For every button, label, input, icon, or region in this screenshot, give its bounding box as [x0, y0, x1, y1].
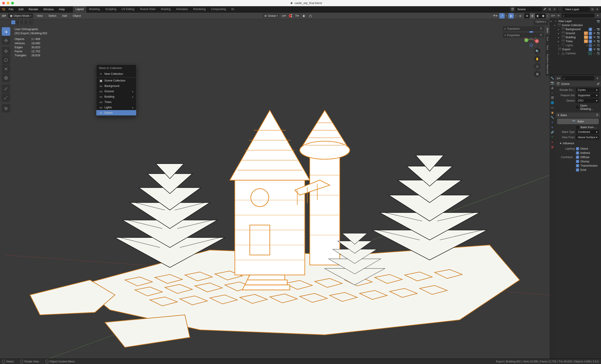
prop-tab-world-icon[interactable]: 🌐 — [550, 100, 554, 105]
header-menu-add[interactable]: Add — [60, 14, 69, 18]
workspace-tab-sculpting[interactable]: Sculpting — [103, 6, 119, 12]
n-tab-view[interactable]: View — [546, 43, 550, 52]
workspace-tab-modeling[interactable]: Modeling — [86, 6, 103, 12]
visibility-icon[interactable]: 👁▾ — [492, 13, 498, 19]
workspace-tab-shading[interactable]: Shading — [158, 6, 173, 12]
shading-material-icon[interactable]: ◐ — [535, 13, 541, 18]
tree-coll-export[interactable]: Export 👁📷 — [550, 47, 601, 51]
tree-coll-building[interactable]: ▸ Building ▽39 👁📷 — [550, 35, 601, 39]
mode-selector[interactable]: ▣ Object Mode ▾ — [8, 13, 33, 18]
exclude-checkbox[interactable] — [589, 32, 592, 35]
menu-edit[interactable]: Edit — [16, 7, 26, 12]
prop-tab-physics-icon[interactable]: ⊚ — [550, 125, 554, 130]
menu-render[interactable]: Render — [26, 7, 40, 12]
camera-restrict-icon[interactable]: 📷 — [597, 28, 600, 31]
camera-restrict-icon[interactable]: 📷 — [597, 40, 600, 43]
camera-restrict-icon[interactable]: 📷 — [597, 52, 600, 55]
editor-type-icon[interactable]: ⊞▾ — [1, 13, 7, 19]
tool-select-box[interactable] — [2, 27, 10, 36]
emit-checkbox[interactable] — [576, 168, 579, 172]
prop-tab-output-icon[interactable]: 🖨 — [550, 86, 554, 90]
bake-from-checkbox[interactable] — [576, 126, 579, 129]
workspace-tab-animation[interactable]: Animation — [173, 6, 190, 12]
shading-rendered-icon[interactable]: ◉ — [541, 13, 546, 18]
header-menu-select[interactable]: Select — [46, 14, 59, 18]
prop-tab-collection-icon[interactable]: ▭ — [550, 105, 554, 110]
chevron-down-icon[interactable]: ⌄ — [593, 28, 596, 31]
tool-transform[interactable] — [2, 74, 10, 82]
workspace-tab-texture[interactable]: Texture Paint — [137, 6, 158, 12]
pivot-point-icon[interactable]: ⊙▾ — [281, 13, 286, 19]
snap-options-icon[interactable]: ⠿▾ — [294, 13, 300, 19]
minimize-window-button[interactable] — [7, 2, 9, 4]
outliner-view-icon[interactable]: ▫▾ — [556, 13, 561, 18]
indirect-checkbox[interactable] — [576, 151, 579, 154]
tool-cursor[interactable] — [2, 36, 10, 45]
tool-annotate[interactable] — [2, 84, 10, 93]
workspace-tab-uv[interactable]: UV Editing — [119, 6, 137, 12]
exclude-checkbox[interactable] — [589, 44, 592, 47]
exclude-checkbox[interactable] — [589, 48, 592, 51]
select-intersect-icon[interactable] — [24, 20, 28, 24]
tool-scale[interactable] — [2, 65, 10, 73]
snap-icon[interactable]: 🧲 — [288, 13, 293, 19]
panel-influence-header[interactable]: ▾Influence — [558, 141, 600, 146]
visibility-icon[interactable]: 👁 — [593, 36, 596, 39]
proportional-edit-icon[interactable]: ◉ — [301, 13, 307, 19]
prop-tab-mesh-icon[interactable]: ▽ — [550, 135, 554, 139]
exclude-checkbox[interactable] — [589, 36, 592, 39]
delete-viewlayer-button[interactable]: ✕ — [595, 7, 600, 12]
feature-set-select[interactable]: Supported▾ — [576, 93, 599, 98]
menu-window[interactable]: Window — [41, 7, 56, 12]
new-scene-button[interactable]: ⧉ — [547, 7, 552, 12]
view-from-select[interactable]: Above Surface▾ — [576, 135, 599, 140]
overlay-toggle-icon[interactable]: ◐ — [508, 13, 514, 19]
render-engine-select[interactable]: Cycles▾ — [576, 88, 599, 92]
outliner-filter-icon[interactable]: ▾ — [595, 13, 600, 18]
visibility-icon[interactable]: 👁 — [593, 44, 596, 47]
tool-rotate[interactable] — [2, 56, 10, 64]
workspace-tab-more[interactable]: Sc — [229, 6, 237, 12]
ctx-new-collection[interactable]: ＋ New Collection — [96, 71, 136, 77]
exclude-checkbox[interactable] — [589, 28, 592, 31]
n-tab-realtime[interactable]: Realtime Materials — [546, 52, 550, 76]
tool-measure[interactable] — [2, 93, 10, 102]
ctx-building[interactable]: ▭ Building — [96, 94, 136, 99]
pan-icon[interactable]: ✋ — [534, 55, 541, 62]
camera-icon[interactable]: 🎥 — [534, 63, 541, 70]
properties-options-icon[interactable]: ▾ — [595, 76, 600, 80]
tool-options-dropdown[interactable]: Options — [534, 20, 548, 25]
proportional-falloff-icon[interactable]: ⋂ — [308, 13, 313, 19]
select-invert-icon[interactable] — [28, 20, 32, 24]
viewport-3d[interactable]: User Orthographic (32) Export | Building… — [0, 25, 550, 359]
workspace-tab-layout[interactable]: Layout — [73, 6, 86, 12]
ctx-background[interactable]: ▭ Background — [96, 83, 136, 89]
ctx-export[interactable]: ▭ Export — [96, 110, 136, 115]
tool-add-primitive[interactable] — [2, 104, 10, 113]
tree-coll-ground[interactable]: ▸ Ground ▽ 👁📷 — [550, 31, 601, 35]
select-subtract-icon[interactable] — [20, 20, 24, 24]
scene-name-field[interactable]: Scene — [515, 7, 542, 12]
shading-wireframe-icon[interactable]: ⊕ — [524, 13, 530, 18]
ctx-scene-collection[interactable]: ▣ Scene Collection — [96, 78, 136, 83]
exclude-checkbox[interactable] — [589, 40, 592, 43]
header-menu-view[interactable]: View — [34, 14, 45, 18]
pin-properties-icon[interactable] — [597, 82, 600, 86]
zoom-icon[interactable]: 🔍 — [534, 48, 541, 55]
prop-tab-scene-icon[interactable]: 🎬 — [550, 96, 554, 100]
tree-coll-trees[interactable]: ▸ Trees ▽8 👁📷 — [550, 39, 601, 43]
tool-move[interactable] — [2, 47, 10, 55]
prop-tab-modifiers-icon[interactable]: 🔧 — [550, 115, 554, 120]
tree-scene-collection[interactable]: ▾ Scene Collection — [550, 23, 601, 27]
bake-type-select[interactable]: Combined▾ — [576, 130, 599, 134]
prop-tab-render-icon[interactable]: 📷 — [550, 81, 554, 85]
tree-viewlayer[interactable]: ▾ ▫ View Layer 📷 — [550, 19, 601, 23]
camera-restrict-icon[interactable]: 📷 — [597, 48, 600, 51]
n-section-properties[interactable]: Properties ⠿ — [503, 33, 544, 38]
xray-toggle-icon[interactable]: ⧈ — [518, 13, 523, 19]
tree-coll-lights[interactable]: ▸ Lights 18 👁📷 — [550, 43, 601, 47]
tree-coll-background[interactable]: ▸ Background ⌄📷 — [550, 27, 601, 31]
device-select[interactable]: CPU▾ — [576, 98, 599, 103]
menu-file[interactable]: File — [7, 7, 16, 12]
tree-camera[interactable]: ▸ 🎥 Camera ⌄📷 — [550, 51, 601, 55]
